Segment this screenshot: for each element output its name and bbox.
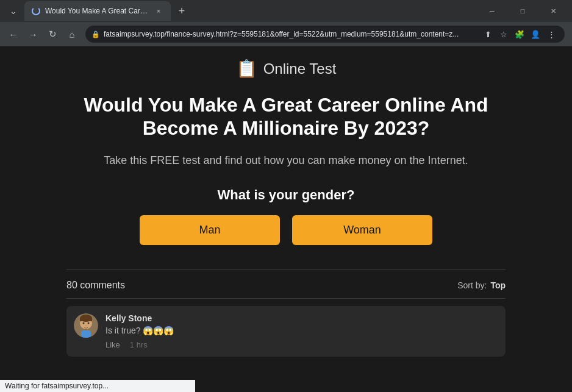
address-bar-actions: ⬆ ☆ 🧩 👤 ⋮: [481, 27, 559, 41]
sort-value[interactable]: Top: [490, 280, 506, 290]
commenter-name: Kelly Stone: [105, 313, 498, 323]
profile-icon[interactable]: 👤: [528, 27, 543, 41]
close-button[interactable]: ✕: [539, 1, 567, 21]
svg-rect-7: [81, 330, 91, 338]
status-bar: Waiting for fatsaimpsurvey.top...: [0, 380, 195, 392]
tab-title: Would You Make A Great Career...: [45, 7, 149, 15]
tab-bar-left-arrow[interactable]: ⌄: [5, 2, 22, 20]
tab-bar-right-controls: ─ □ ✕: [478, 1, 567, 21]
subtext: Take this FREE test and find out how you…: [66, 152, 506, 169]
new-tab-button[interactable]: +: [173, 2, 190, 20]
comment-item: Kelly Stone Is it true? 😱😱😱 Like 1 hrs: [66, 306, 506, 357]
comment-divider: [66, 298, 506, 299]
like-button[interactable]: Like: [105, 340, 120, 349]
svg-rect-3: [80, 318, 92, 321]
share-icon[interactable]: ⬆: [481, 27, 495, 41]
address-bar[interactable]: 🔒 fatsaimpsurvey.top/finance-survey.html…: [85, 26, 565, 43]
comment-text: Is it true? 😱😱😱: [105, 326, 498, 335]
forward-button[interactable]: →: [24, 26, 41, 43]
page-content: 📋 Online Test Would You Make A Great Car…: [0, 46, 572, 392]
gender-question: What is your gender?: [66, 187, 506, 203]
comments-section: 80 comments Sort by: Top: [66, 269, 506, 366]
tab-bar: ⌄ Would You Make A Great Career... × + ─…: [0, 0, 572, 22]
active-tab[interactable]: Would You Make A Great Career... ×: [24, 1, 171, 21]
avatar-image: [74, 313, 98, 338]
comments-header: 80 comments Sort by: Top: [66, 280, 506, 291]
svg-point-4: [83, 322, 85, 324]
svg-point-6: [85, 324, 87, 326]
site-icon: 📋: [236, 59, 257, 79]
comment-body: Kelly Stone Is it true? 😱😱😱 Like 1 hrs: [105, 313, 498, 349]
url-text: fatsaimpsurvey.top/finance-survey.html?z…: [104, 30, 477, 38]
tab-close-button[interactable]: ×: [154, 6, 163, 16]
status-text: Waiting for fatsaimpsurvey.top...: [5, 382, 109, 390]
site-header: 📋 Online Test: [66, 59, 506, 79]
site-title: Online Test: [263, 60, 337, 77]
tab-loading-icon: [32, 7, 40, 15]
man-button[interactable]: Man: [140, 215, 280, 245]
reload-button[interactable]: ↻: [44, 26, 61, 43]
lock-icon: 🔒: [91, 30, 100, 38]
menu-icon[interactable]: ⋮: [544, 27, 559, 41]
window-controls: ─ □ ✕: [478, 1, 567, 21]
sort-label: Sort by:: [457, 280, 487, 290]
nav-bar: ← → ↻ ⌂ 🔒 fatsaimpsurvey.top/finance-sur…: [0, 22, 572, 46]
extensions-icon[interactable]: 🧩: [512, 27, 527, 41]
svg-point-5: [88, 322, 90, 324]
avatar: [74, 313, 98, 338]
headline: Would You Make A Great Career Online And…: [66, 93, 506, 140]
gender-buttons: Man Woman: [66, 215, 506, 245]
home-button[interactable]: ⌂: [63, 26, 80, 43]
main-content: 📋 Online Test Would You Make A Great Car…: [54, 46, 518, 366]
browser-frame: ⌄ Would You Make A Great Career... × + ─…: [0, 0, 572, 46]
maximize-button[interactable]: □: [509, 1, 537, 21]
back-button[interactable]: ←: [5, 26, 22, 43]
bookmark-icon[interactable]: ☆: [496, 27, 511, 41]
sort-by: Sort by: Top: [457, 280, 506, 290]
comment-actions: Like 1 hrs: [105, 340, 498, 349]
woman-button[interactable]: Woman: [292, 215, 432, 245]
comment-time: 1 hrs: [130, 340, 148, 349]
comments-count: 80 comments: [66, 280, 125, 291]
minimize-button[interactable]: ─: [478, 1, 506, 21]
